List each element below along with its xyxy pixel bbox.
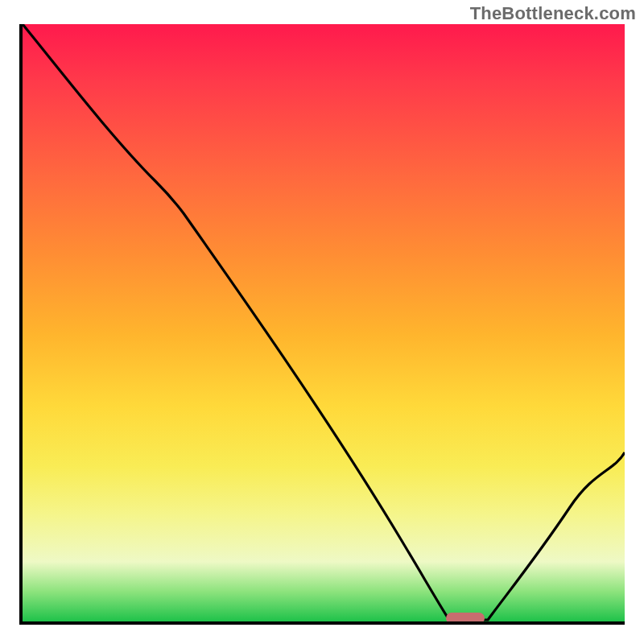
bottleneck-curve-path [23, 24, 625, 620]
selected-range-marker [446, 613, 485, 624]
plot-area [19, 24, 625, 625]
chart-container: TheBottleneck.com [0, 0, 644, 644]
curve-layer [23, 24, 625, 621]
watermark-text: TheBottleneck.com [470, 3, 636, 24]
